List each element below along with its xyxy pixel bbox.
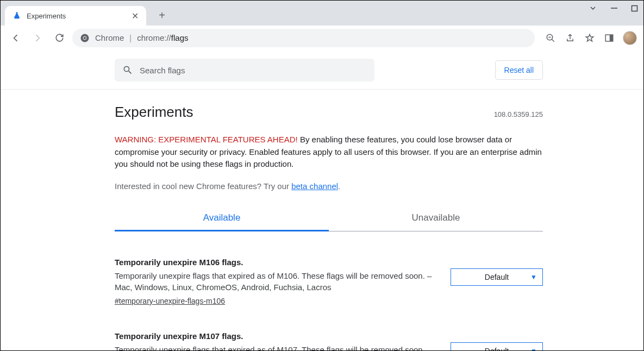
svg-rect-9 <box>610 35 613 41</box>
browser-tab[interactable]: Experiments ✕ <box>5 6 146 26</box>
minimize-icon[interactable] <box>610 4 618 12</box>
zoom-icon[interactable] <box>545 32 557 44</box>
back-button[interactable] <box>7 29 24 47</box>
beta-link[interactable]: beta channel <box>291 181 338 191</box>
flag-description: Temporarily unexpire flags that expired … <box>115 344 437 350</box>
version-text: 108.0.5359.125 <box>494 110 543 118</box>
search-placeholder: Search flags <box>140 66 185 75</box>
page-title: Experiments <box>115 104 193 121</box>
title-row: Experiments 108.0.5359.125 <box>115 104 543 121</box>
sidepanel-icon[interactable] <box>603 32 615 44</box>
window-controls <box>589 4 638 12</box>
omnibox-url-prefix: chrome:// <box>137 33 171 42</box>
toolbar: Chrome | chrome://flags <box>1 26 643 51</box>
flag-row: Temporarily unexpire M107 flags. Tempora… <box>115 331 543 350</box>
close-icon[interactable]: ✕ <box>129 10 141 22</box>
svg-line-6 <box>552 39 554 42</box>
page-content: Search flags Reset all Experiments 108.0… <box>1 51 643 350</box>
flag-select-value: Default <box>485 273 509 281</box>
tab-title: Experiments <box>27 12 124 20</box>
avatar[interactable] <box>623 31 637 45</box>
omnibox[interactable]: Chrome | chrome://flags <box>72 29 535 47</box>
toolbar-actions <box>539 31 637 45</box>
new-tab-button[interactable]: + <box>154 7 170 23</box>
tab-available[interactable]: Available <box>115 206 329 231</box>
search-icon <box>122 65 133 76</box>
chevron-down-icon: ▼ <box>530 347 537 350</box>
flag-select-value: Default <box>485 347 509 350</box>
beta-line: Interested in cool new Chrome features? … <box>115 181 543 191</box>
chevron-down-icon: ▼ <box>530 273 537 281</box>
beta-text: Interested in cool new Chrome features? … <box>115 181 291 191</box>
flag-hash-link[interactable]: #temporary-unexpire-flags-m106 <box>115 297 225 305</box>
omnibox-url-path: flags <box>171 33 189 42</box>
svg-point-4 <box>84 36 86 39</box>
forward-button[interactable] <box>29 29 46 47</box>
maximize-icon[interactable] <box>631 5 638 12</box>
beta-suffix: . <box>338 181 340 191</box>
share-icon[interactable] <box>564 32 576 44</box>
flag-description: Temporarily unexpire flags that expired … <box>115 270 437 294</box>
flag-title: Temporarily unexpire M107 flags. <box>115 331 437 341</box>
flag-title: Temporarily unexpire M106 flags. <box>115 258 437 267</box>
content: Experiments 108.0.5359.125 WARNING: EXPE… <box>115 90 543 350</box>
reload-button[interactable] <box>51 29 68 47</box>
omnibox-label: Chrome <box>95 33 124 42</box>
reset-all-button[interactable]: Reset all <box>495 60 543 80</box>
flask-icon <box>12 11 21 20</box>
search-input[interactable]: Search flags <box>115 59 374 82</box>
warning-prefix: WARNING: EXPERIMENTAL FEATURES AHEAD! <box>115 135 298 144</box>
tab-strip: Experiments ✕ + <box>1 1 643 26</box>
warning-block: WARNING: EXPERIMENTAL FEATURES AHEAD! By… <box>115 134 543 171</box>
bookmark-icon[interactable] <box>584 32 596 44</box>
omnibox-separator: | <box>129 33 132 42</box>
flag-info: Temporarily unexpire M106 flags. Tempora… <box>115 258 437 306</box>
tabs-row: Available Unavailable <box>115 206 543 231</box>
flag-info: Temporarily unexpire M107 flags. Tempora… <box>115 331 437 350</box>
tab-unavailable[interactable]: Unavailable <box>329 206 543 231</box>
flag-select[interactable]: Default ▼ <box>451 268 543 286</box>
chevron-down-icon[interactable] <box>589 4 597 12</box>
flag-row: Temporarily unexpire M106 flags. Tempora… <box>115 258 543 306</box>
chrome-icon <box>80 33 90 43</box>
search-row: Search flags Reset all <box>115 51 543 89</box>
svg-rect-1 <box>632 5 637 11</box>
flag-select[interactable]: Default ▼ <box>451 342 543 350</box>
